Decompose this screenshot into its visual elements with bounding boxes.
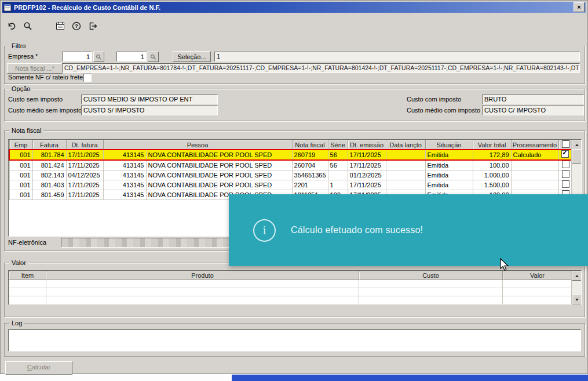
titlebar[interactable]: PRDFP102 - Recálculo de Custo Contábil d… xyxy=(2,2,586,13)
cell-serie[interactable]: 56 xyxy=(328,150,348,160)
empty-cell[interactable] xyxy=(359,296,503,304)
nota-fiscal-row[interactable]: 001801.42417/11/2025413145NOVA CONTABILI… xyxy=(9,160,572,170)
cell-processamento[interactable]: Calculado xyxy=(511,150,558,160)
cell-dt-emissao[interactable]: 17/11/2025 xyxy=(348,150,386,160)
cell-emp[interactable]: 001 xyxy=(9,160,32,170)
cell-fatura[interactable]: 801.403 xyxy=(32,180,66,190)
log-textarea[interactable] xyxy=(8,329,581,351)
cell-check[interactable] xyxy=(558,160,572,170)
cell-pessoa[interactable]: NOVA CONTABILIDADE POR POOL SPED xyxy=(146,180,292,190)
nota-fiscal-row[interactable]: 001801.78417/11/2025413145NOVA CONTABILI… xyxy=(9,150,572,160)
search-icon[interactable] xyxy=(21,20,34,32)
exit-icon[interactable] xyxy=(86,20,99,32)
cell-check[interactable] xyxy=(558,180,572,190)
cell-data-lancto[interactable] xyxy=(386,180,425,190)
row-checkbox[interactable] xyxy=(562,170,569,178)
scroll-thumb[interactable] xyxy=(572,149,582,164)
cell-emp[interactable]: 001 xyxy=(9,190,32,200)
cell-serie[interactable]: 1 xyxy=(328,180,348,190)
empty-cell[interactable] xyxy=(46,288,359,296)
success-toast[interactable]: i Cálculo efetuado com sucesso! xyxy=(229,194,588,266)
cell-emp[interactable]: 001 xyxy=(9,180,32,190)
valor-empty-row[interactable] xyxy=(9,280,572,288)
cell-valor-total[interactable]: 100,00 xyxy=(473,160,511,170)
empresa-from-zoom-button[interactable] xyxy=(93,52,104,62)
cell-data-lancto[interactable] xyxy=(386,170,425,180)
cell-emp[interactable]: 001 xyxy=(9,170,32,180)
cell-data-lancto[interactable] xyxy=(386,150,425,160)
row-checkbox[interactable] xyxy=(562,161,569,168)
empty-cell[interactable] xyxy=(359,280,503,288)
cell-nota-fiscal[interactable]: 354651365 xyxy=(292,170,328,180)
help-icon[interactable]: ? xyxy=(70,20,83,32)
nota-fiscal-row[interactable]: 001801.40317/11/2025413145NOVA CONTABILI… xyxy=(9,180,572,190)
cell-dt-fatura[interactable]: 17/11/2025 xyxy=(66,150,103,160)
empty-cell[interactable] xyxy=(46,296,359,304)
cell-processamento[interactable] xyxy=(511,180,558,190)
cell-serie[interactable] xyxy=(328,170,348,180)
cell-check[interactable] xyxy=(558,170,572,180)
cell-situacao[interactable]: Emitida xyxy=(425,150,473,160)
cell-emp[interactable]: 001 xyxy=(9,150,32,160)
empty-cell[interactable] xyxy=(359,288,503,296)
cell-situacao[interactable]: Emitida xyxy=(425,160,473,170)
cell-pessoa-cod[interactable]: 413145 xyxy=(103,170,146,180)
empty-cell[interactable] xyxy=(9,288,46,296)
valor-empty-row[interactable] xyxy=(9,288,572,296)
undo-icon[interactable] xyxy=(5,20,18,32)
cell-processamento[interactable] xyxy=(511,160,558,170)
cell-dt-fatura[interactable]: 04/12/2025 xyxy=(66,170,103,180)
empty-cell[interactable] xyxy=(503,288,572,296)
valor-empty-row[interactable] xyxy=(9,296,572,304)
empresa-to-zoom-button[interactable] xyxy=(148,52,159,62)
select-all-checkbox[interactable] xyxy=(562,140,569,148)
cell-nota-fiscal[interactable]: 2201 xyxy=(292,180,328,190)
empty-cell[interactable] xyxy=(9,296,46,304)
nota-fiscal-row[interactable]: 001802.14304/12/2025413145NOVA CONTABILI… xyxy=(9,170,572,180)
cell-check[interactable] xyxy=(558,150,572,160)
scroll-down-button[interactable] xyxy=(572,295,582,304)
empresa-to-input[interactable] xyxy=(116,52,147,61)
calcular-button[interactable]: Calcular xyxy=(5,361,72,375)
cell-fatura[interactable]: 801.459 xyxy=(32,190,66,200)
close-button[interactable]: × xyxy=(574,2,585,12)
scroll-up-button[interactable] xyxy=(572,271,582,281)
cell-dt-fatura[interactable]: 17/11/2025 xyxy=(66,190,103,200)
empty-cell[interactable] xyxy=(503,280,572,288)
row-checkbox[interactable] xyxy=(561,150,569,158)
cell-serie[interactable]: 56 xyxy=(328,160,348,170)
cell-pessoa-cod[interactable]: 413145 xyxy=(103,150,146,160)
cell-pessoa-cod[interactable]: 413145 xyxy=(103,190,146,200)
cell-situacao[interactable]: Emitida xyxy=(425,170,473,180)
cell-nota-fiscal[interactable]: 260719 xyxy=(292,150,328,160)
empty-cell[interactable] xyxy=(503,296,572,304)
cell-fatura[interactable]: 801.784 xyxy=(32,150,66,160)
cell-dt-emissao[interactable]: 17/11/2025 xyxy=(348,160,386,170)
cell-dt-fatura[interactable]: 17/11/2025 xyxy=(66,160,103,170)
empresa-from-input[interactable] xyxy=(62,52,92,61)
cell-situacao[interactable]: Emitida xyxy=(425,180,473,190)
cell-pessoa[interactable]: NOVA CONTABILIDADE POR POOL SPED xyxy=(146,150,292,160)
cell-nota-fiscal[interactable]: 260704 xyxy=(292,160,328,170)
select-all-header[interactable] xyxy=(558,140,572,150)
cell-dt-fatura[interactable]: 17/11/2025 xyxy=(66,180,103,190)
selecao-button[interactable]: Seleção... xyxy=(173,51,211,62)
cell-valor-total[interactable]: 1.500,00 xyxy=(473,180,511,190)
empty-cell[interactable] xyxy=(9,280,46,288)
cell-dt-emissao[interactable]: 17/11/2025 xyxy=(348,180,386,190)
cell-valor-total[interactable]: 1.000,00 xyxy=(473,170,511,180)
valor-scrollbar[interactable] xyxy=(571,271,581,304)
cell-pessoa[interactable]: NOVA CONTABILIDADE POR POOL SPED xyxy=(146,170,292,180)
empty-cell[interactable] xyxy=(46,280,359,288)
scroll-up-button[interactable] xyxy=(572,140,582,150)
somente-nf-checkbox[interactable] xyxy=(83,74,92,82)
row-checkbox[interactable] xyxy=(562,180,569,188)
cell-valor-total[interactable]: 172,89 xyxy=(473,150,511,160)
cell-pessoa-cod[interactable]: 413145 xyxy=(103,160,146,170)
calendar-icon[interactable] xyxy=(54,20,67,32)
cell-fatura[interactable]: 801.424 xyxy=(32,160,66,170)
cell-dt-emissao[interactable]: 01/12/2025 xyxy=(348,170,386,180)
cell-processamento[interactable] xyxy=(511,170,558,180)
cell-pessoa-cod[interactable]: 413145 xyxy=(103,180,146,190)
cell-pessoa[interactable]: NOVA CONTABILIDADE POR POOL SPED xyxy=(146,160,292,170)
